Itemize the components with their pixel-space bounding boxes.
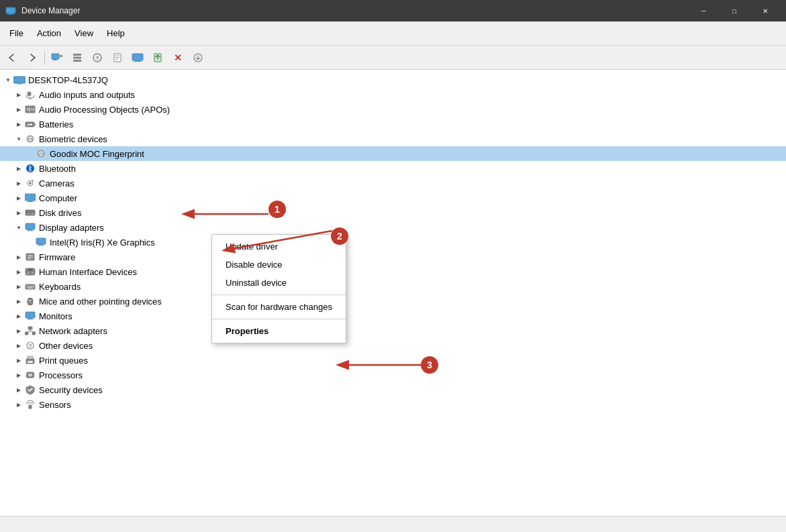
tree-item-biometric[interactable]: ▼ Biometric devices <box>0 131 786 146</box>
ctx-update-driver[interactable]: Update driver <box>212 237 346 256</box>
monitors-label: Monitors <box>39 311 72 321</box>
tree-item-bluetooth[interactable]: ▶ ᛒ Bluetooth <box>0 161 786 176</box>
ctx-uninstall-device[interactable]: Uninstall device <box>212 274 346 292</box>
ctx-disable-device[interactable]: Disable device <box>212 256 346 274</box>
batteries-label: Batteries <box>39 119 73 129</box>
intel-icon <box>35 236 47 248</box>
help-button[interactable]: ? <box>88 48 107 67</box>
menu-view[interactable]: View <box>68 25 100 41</box>
apo-toggle[interactable]: ▶ <box>13 104 24 115</box>
biometric-toggle[interactable]: ▼ <box>13 134 24 144</box>
properties-sheet-button[interactable] <box>108 48 127 67</box>
toolbar-sep-1 <box>44 51 45 64</box>
tree-item-keyboards[interactable]: ▶ Keyboards <box>0 279 786 294</box>
svg-rect-54 <box>36 238 46 244</box>
ctx-properties[interactable]: Properties <box>212 322 346 340</box>
svg-rect-70 <box>28 288 33 289</box>
print-toggle[interactable]: ▶ <box>13 355 24 366</box>
print-label: Print queues <box>39 356 88 366</box>
close-button[interactable]: ✕ <box>750 0 781 21</box>
network-icon <box>24 325 36 337</box>
processors-toggle[interactable]: ▶ <box>13 370 24 380</box>
svg-rect-51 <box>26 223 35 229</box>
menu-help[interactable]: Help <box>100 25 132 41</box>
firmware-toggle[interactable]: ▶ <box>13 252 24 262</box>
computer-toggle[interactable]: ▶ <box>13 193 24 203</box>
computer-icon <box>24 192 36 204</box>
network-label: Network adapters <box>39 326 107 336</box>
keyboards-toggle[interactable]: ▶ <box>13 281 24 292</box>
back-button[interactable] <box>3 48 21 67</box>
tree-item-disk[interactable]: ▶ Disk drives <box>0 205 786 220</box>
red-x-button[interactable]: ✕ <box>168 48 187 67</box>
computer-button[interactable] <box>128 48 147 67</box>
context-menu: Update driver Disable device Uninstall d… <box>211 234 346 343</box>
list-button[interactable] <box>68 48 87 67</box>
bluetooth-icon: ᛒ <box>24 162 36 174</box>
network-toggle[interactable]: ▶ <box>13 325 24 336</box>
svg-rect-23 <box>28 92 31 96</box>
batteries-toggle[interactable]: ▶ <box>13 119 24 129</box>
sensors-toggle[interactable]: ▶ <box>13 399 24 410</box>
display-icon <box>24 221 36 233</box>
tree-item-processors[interactable]: ▶ Processors <box>0 368 786 382</box>
ctx-sep-1 <box>212 295 346 295</box>
tree-item-monitors[interactable]: ▶ Monitors <box>0 309 786 323</box>
tree-item-apo[interactable]: ▶ Audio Processing Objects (APOs) <box>0 102 786 117</box>
tree-item-intel-graphics[interactable]: Intel(R) Iris(R) Xe Graphics <box>0 235 786 250</box>
audio-inputs-toggle[interactable]: ▶ <box>13 89 24 100</box>
menu-action[interactable]: Action <box>30 25 68 41</box>
bluetooth-label: Bluetooth <box>39 164 76 174</box>
svg-rect-22 <box>17 83 22 85</box>
device-manager-button[interactable] <box>48 48 66 67</box>
tree-item-sensors[interactable]: ▶ Sensors <box>0 397 786 412</box>
download-button[interactable] <box>189 48 207 67</box>
svg-rect-76 <box>27 319 34 320</box>
tree-item-network[interactable]: ▶ Network adapters <box>0 323 786 338</box>
tree-item-mice[interactable]: ▶ Mice and other pointing devices <box>0 294 786 309</box>
menu-file[interactable]: File <box>3 25 30 41</box>
bluetooth-toggle[interactable]: ▶ <box>13 163 24 174</box>
tree-item-fingerprint[interactable]: Goodix MOC Fingerprint <box>0 146 786 161</box>
tree-item-print[interactable]: ▶ Print queues <box>0 353 786 368</box>
display-toggle[interactable]: ▼ <box>13 222 24 233</box>
sensors-icon <box>24 398 36 411</box>
tree-panel[interactable]: ▼ DESKTOP-4L537JQ ▶ Audio inputs and <box>0 70 786 516</box>
tree-item-batteries[interactable]: ▶ Batteries <box>0 117 786 131</box>
mice-toggle[interactable]: ▶ <box>13 296 24 307</box>
svg-rect-67 <box>29 286 30 287</box>
monitors-toggle[interactable]: ▶ <box>13 311 24 321</box>
tree-item-security[interactable]: ▶ Security devices <box>0 382 786 397</box>
tree-root[interactable]: ▼ DESKTOP-4L537JQ <box>0 72 786 87</box>
cameras-icon <box>24 177 36 189</box>
main-content: ▼ DESKTOP-4L537JQ ▶ Audio inputs and <box>0 70 786 516</box>
hid-toggle[interactable]: ▶ <box>13 266 24 277</box>
forward-button[interactable] <box>23 48 42 67</box>
tree-item-cameras[interactable]: ▶ Cameras <box>0 176 786 191</box>
minimize-button[interactable]: ─ <box>688 0 719 21</box>
processors-label: Processors <box>39 370 83 380</box>
svg-rect-48 <box>26 210 35 215</box>
tree-item-computer[interactable]: ▶ Computer <box>0 191 786 205</box>
tree-item-other[interactable]: ▶ ? Other devices <box>0 338 786 353</box>
disk-toggle[interactable]: ▶ <box>13 207 24 218</box>
security-toggle[interactable]: ▶ <box>13 384 24 395</box>
cameras-toggle[interactable]: ▶ <box>13 178 24 189</box>
root-toggle[interactable]: ▼ <box>3 74 13 85</box>
svg-rect-69 <box>33 286 34 287</box>
tree-item-display[interactable]: ▼ Display adapters <box>0 220 786 235</box>
maximize-button[interactable]: □ <box>719 0 750 21</box>
security-label: Security devices <box>39 385 103 395</box>
print-icon <box>24 354 36 366</box>
ctx-scan-hardware[interactable]: Scan for hardware changes <box>212 298 346 316</box>
tree-item-firmware[interactable]: ▶ Firmware <box>0 250 786 264</box>
tree-item-audio-inputs[interactable]: ▶ Audio inputs and outputs <box>0 87 786 102</box>
other-toggle[interactable]: ▶ <box>13 340 24 351</box>
svg-rect-55 <box>39 244 43 246</box>
disk-icon <box>24 207 36 219</box>
tree-item-hid[interactable]: ▶ Human Interface Devices <box>0 264 786 279</box>
svg-rect-6 <box>60 55 62 57</box>
update-driver-button[interactable] <box>148 48 167 67</box>
computer-label: Computer <box>39 193 77 203</box>
svg-rect-57 <box>26 254 34 260</box>
